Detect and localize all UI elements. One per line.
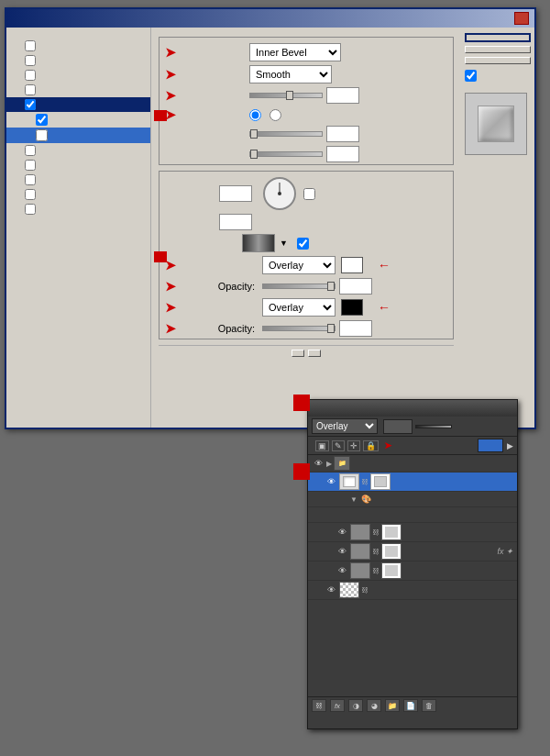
bevel-emboss-checkbox[interactable] <box>25 99 36 110</box>
shadow-opacity-slider[interactable] <box>262 326 336 331</box>
opacity-slider[interactable] <box>415 425 452 428</box>
link-main-li: ⛓ <box>361 478 368 486</box>
style-item-inner-shadow[interactable] <box>6 53 150 68</box>
layer-item-display-board[interactable]: 👁 ▶ 📁 <box>308 455 517 472</box>
dir-up-radio[interactable] <box>249 109 261 121</box>
lock-all-icon[interactable]: 🔒 <box>363 440 379 451</box>
satin-checkbox[interactable] <box>25 145 36 156</box>
thumb2-main-shape <box>381 562 402 579</box>
highlight-color-swatch[interactable] <box>341 257 363 273</box>
add-style-icon[interactable]: fx <box>330 699 345 712</box>
shadow-opacity-input[interactable] <box>339 320 372 337</box>
angle-input[interactable] <box>219 185 252 202</box>
reset-button[interactable] <box>465 46 531 53</box>
layer-item-bevel-effect[interactable]: 👁 <box>308 507 517 523</box>
anti-alias-label[interactable] <box>297 238 312 250</box>
eye-display-board[interactable]: 👁 <box>312 457 324 470</box>
close-button[interactable] <box>514 12 529 25</box>
style-item-bevel-emboss[interactable] <box>6 97 150 112</box>
soften-input[interactable] <box>326 146 359 162</box>
style-select[interactable]: Inner Bevel <box>249 43 341 61</box>
anti-alias-checkbox[interactable] <box>297 238 309 250</box>
drop-shadow-checkbox[interactable] <box>25 40 36 51</box>
layer-item-backlight[interactable]: 👁 ⛓ <box>308 581 517 600</box>
style-item-inner-glow[interactable] <box>6 83 150 97</box>
altitude-input[interactable] <box>219 214 252 230</box>
fill-dropdown-arrow[interactable]: ▶ <box>507 441 513 450</box>
layer-item-main-li[interactable]: 👁 ⛓ <box>308 472 517 492</box>
lock-transparent-icon[interactable]: ▣ <box>315 440 329 451</box>
depth-input[interactable] <box>326 87 359 104</box>
lock-move-icon[interactable]: ✛ <box>347 440 360 451</box>
shadow-mode-select[interactable]: Overlay <box>262 298 336 317</box>
angle-dial[interactable] <box>263 177 296 210</box>
make-default-button[interactable] <box>292 350 304 357</box>
blend-mode-select[interactable]: Overlay <box>312 418 378 434</box>
texture-checkbox[interactable] <box>36 129 48 141</box>
expand-display-board[interactable]: ▶ <box>326 460 332 468</box>
expand-effects[interactable]: ▼ <box>350 495 358 504</box>
pattern-overlay-checkbox[interactable] <box>25 189 36 200</box>
dir-down-label[interactable] <box>270 109 284 121</box>
style-item-drop-shadow[interactable] <box>6 39 150 53</box>
ok-button[interactable] <box>465 33 531 42</box>
gradient-overlay-checkbox[interactable] <box>25 174 36 185</box>
preview-label[interactable] <box>465 70 531 82</box>
style-item-pattern-overlay[interactable] <box>6 187 150 202</box>
add-mask-icon[interactable]: ◑ <box>348 699 363 712</box>
technique-select[interactable]: Smooth <box>249 65 332 83</box>
highlight-opacity-input[interactable] <box>339 278 372 295</box>
inner-shadow-checkbox[interactable] <box>25 55 36 66</box>
size-slider[interactable] <box>249 131 323 137</box>
inner-glow-checkbox[interactable] <box>25 84 36 95</box>
layer-item-top-light[interactable]: 👁 ⛓ <box>308 523 517 542</box>
size-input[interactable] <box>326 126 359 142</box>
new-layer-icon[interactable]: 📄 <box>403 699 418 712</box>
new-group-icon[interactable]: 📁 <box>385 699 400 712</box>
color-overlay-checkbox[interactable] <box>25 160 36 171</box>
reset-default-button[interactable] <box>308 350 321 357</box>
contour-checkbox[interactable] <box>36 114 48 126</box>
global-light-checkbox[interactable] <box>303 188 315 200</box>
opacity-input[interactable] <box>383 419 412 434</box>
h-opacity-arrow: ➤ <box>165 279 176 294</box>
link-layers-icon[interactable]: ⛓ <box>312 699 326 712</box>
layer-item-shadow[interactable]: 👁 ⛓ fx ✦ <box>308 542 517 561</box>
lock-paint-icon[interactable]: ✎ <box>332 440 345 451</box>
highlight-mode-select[interactable]: Overlay <box>262 256 336 274</box>
shadow-color-swatch[interactable] <box>341 299 363 316</box>
style-item-contour[interactable] <box>6 112 150 128</box>
depth-slider[interactable] <box>249 93 323 98</box>
style-item-color-overlay[interactable] <box>6 158 150 172</box>
eye-backlight[interactable]: 👁 <box>324 584 337 596</box>
eye-shadow[interactable]: 👁 <box>336 545 348 558</box>
gloss-dropdown-arrow[interactable]: ▼ <box>280 239 288 248</box>
highlight-opacity-slider[interactable] <box>262 284 336 289</box>
layer-item-effects[interactable]: 👁 ▼ 🎨 <box>308 492 517 507</box>
outer-glow-checkbox[interactable] <box>25 70 36 81</box>
new-style-button[interactable] <box>465 57 531 64</box>
add-adjustment-icon[interactable]: ◕ <box>367 699 381 712</box>
eye-main-shape[interactable]: 👁 <box>336 564 348 577</box>
dir-down-radio[interactable] <box>270 109 281 121</box>
layers-lock-row: ▣ ✎ ✛ 🔒 ➤ ▶ <box>308 437 517 455</box>
gloss-preview[interactable] <box>242 234 275 252</box>
layers-bottom-bar: ⛓ fx ◑ ◕ 📁 📄 🗑 <box>308 696 517 714</box>
fill-input[interactable] <box>478 439 503 452</box>
delete-layer-icon[interactable]: 🗑 <box>422 699 436 712</box>
style-item-satin[interactable] <box>6 143 150 158</box>
eye-top-light[interactable]: 👁 <box>336 526 348 539</box>
style-item-texture[interactable] <box>6 128 150 143</box>
style-item-outer-glow[interactable] <box>6 68 150 83</box>
eye-main-li[interactable]: 👁 <box>324 475 337 488</box>
structure-section: ➤ Inner Bevel ➤ Smooth <box>159 37 454 165</box>
soften-slider[interactable] <box>249 151 323 157</box>
style-item-gradient-overlay[interactable] <box>6 172 150 187</box>
thumb-display-board: 📁 <box>334 456 350 471</box>
dir-up-label[interactable] <box>249 109 264 121</box>
global-light-label[interactable] <box>303 188 318 200</box>
preview-checkbox[interactable] <box>465 70 477 82</box>
layer-item-main-shape[interactable]: 👁 ⛓ <box>308 561 517 581</box>
style-item-stroke[interactable] <box>6 202 150 217</box>
stroke-checkbox[interactable] <box>25 204 36 215</box>
